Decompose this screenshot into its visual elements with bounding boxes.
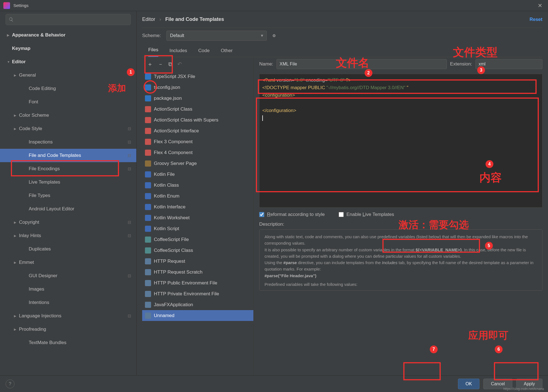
sidebar-item[interactable]: ▶Emmet (0, 256, 136, 269)
file-type-icon (145, 139, 151, 145)
template-list-item[interactable]: Kotlin Script (142, 223, 253, 234)
template-list-item[interactable]: Kotlin Enum (142, 191, 253, 201)
sidebar-item[interactable]: ▶Proofreading (0, 323, 136, 336)
sidebar-item[interactable]: ▶Color Scheme (0, 109, 136, 122)
template-list-item[interactable]: Kotlin Class (142, 180, 253, 191)
sidebar-item[interactable]: File Encodings⊟ (0, 162, 136, 176)
file-type-icon (145, 313, 151, 319)
template-list-item[interactable]: tsconfig.json (142, 82, 253, 93)
file-type-icon (145, 247, 151, 254)
sidebar-item[interactable]: ▶Appearance & Behavior (0, 28, 136, 42)
breadcrumb-root[interactable]: Editor (142, 16, 155, 22)
reset-link[interactable]: Reset (530, 17, 542, 22)
remove-template-button[interactable]: － (158, 60, 163, 68)
search-icon (9, 17, 14, 22)
file-type-icon (145, 258, 151, 264)
close-button[interactable]: ✕ (535, 2, 545, 9)
sidebar-item[interactable]: Duplicates (0, 242, 136, 256)
template-list-item[interactable]: TypeScript JSX File (142, 71, 253, 82)
template-list-item[interactable]: ActionScript Class (142, 104, 253, 115)
template-list[interactable]: TypeScript JSX Filetsconfig.jsonpackage.… (142, 71, 253, 375)
template-name-input[interactable] (277, 59, 447, 69)
template-list-item[interactable]: Kotlin File (142, 169, 253, 180)
template-list-item[interactable]: Kotlin Interface (142, 201, 253, 212)
ok-button[interactable]: OK (458, 379, 479, 389)
file-type-icon (145, 128, 151, 134)
sidebar-item[interactable]: ▶Language Injections⊟ (0, 309, 136, 323)
sidebar-item[interactable]: Live Templates (0, 176, 136, 189)
template-list-item[interactable]: HTTP Request Scratch (142, 267, 253, 277)
reformat-checkbox[interactable]: Reformat according to style (259, 212, 325, 217)
file-type-icon (145, 84, 151, 91)
template-extension-input[interactable] (476, 59, 542, 69)
file-type-icon (145, 106, 151, 112)
sidebar-item[interactable]: TextMate Bundles (0, 336, 136, 349)
template-list-item[interactable]: JavaFXApplication (142, 299, 253, 310)
tab-includes[interactable]: Includes (169, 48, 187, 57)
sidebar-item[interactable]: Android Layout Editor (0, 202, 136, 216)
template-list-item[interactable]: HTTP Private Environment File (142, 288, 253, 299)
template-list-item[interactable]: Kotlin Worksheet (142, 212, 253, 223)
sidebar-item[interactable]: Images (0, 283, 136, 296)
sidebar-item[interactable]: Code Editing (0, 82, 136, 95)
sidebar-item[interactable]: Font (0, 95, 136, 109)
file-type-icon (145, 193, 151, 199)
file-type-icon (145, 226, 151, 232)
file-type-icon (145, 215, 151, 221)
copy-template-button[interactable]: ⧉ (168, 61, 172, 67)
file-type-icon (145, 150, 151, 156)
template-list-item[interactable]: HTTP Request (142, 256, 253, 267)
file-type-icon (145, 95, 151, 101)
scheme-label: Scheme: (142, 33, 161, 38)
sidebar-item[interactable]: ▶Inlay Hints⊟ (0, 229, 136, 242)
template-list-item[interactable]: ActionScript Interface (142, 125, 253, 136)
settings-search-input[interactable] (6, 14, 131, 25)
template-list-item[interactable]: Flex 4 Component (142, 147, 253, 158)
sidebar-item[interactable]: ▶General (0, 69, 136, 82)
help-button[interactable]: ? (6, 379, 14, 388)
tab-files[interactable]: Files (148, 47, 158, 57)
template-list-item[interactable]: HTTP Public Environment File (142, 277, 253, 288)
sidebar-item[interactable]: ▼Editor (0, 55, 136, 69)
sidebar-item[interactable]: File Types (0, 189, 136, 202)
template-list-item[interactable]: CoffeeScript File (142, 234, 253, 245)
settings-sidebar: ▶Appearance & BehaviorKeymap▼Editor▶Gene… (0, 11, 137, 375)
file-type-icon (145, 160, 151, 167)
template-code-editor[interactable]: <?xml version="1.0" encoding="UTF-8" ?> … (259, 74, 542, 208)
template-list-item[interactable]: package.json (142, 93, 253, 104)
template-list-item[interactable]: Unnamed (142, 310, 253, 321)
undo-button[interactable]: ↶ (177, 61, 182, 67)
tab-other[interactable]: Other (221, 48, 233, 57)
add-template-button[interactable]: ＋ (147, 60, 153, 68)
sidebar-item[interactable]: ▶Code Style⊟ (0, 122, 136, 135)
sidebar-item[interactable]: File and Code Templates⊟ (0, 149, 136, 162)
settings-tree[interactable]: ▶Appearance & BehaviorKeymap▼Editor▶Gene… (0, 28, 136, 375)
breadcrumb-current: File and Code Templates (165, 16, 224, 22)
file-type-icon (145, 302, 151, 308)
chevron-down-icon: ▾ (261, 33, 263, 38)
file-type-icon (145, 291, 151, 297)
template-list-item[interactable]: Groovy Server Page (142, 158, 253, 169)
tab-code[interactable]: Code (198, 48, 210, 57)
sidebar-item[interactable]: Inspections⊟ (0, 135, 136, 149)
extension-label: Extension: (450, 61, 472, 67)
enable-live-templates-checkbox[interactable]: Enable Live Templates (339, 212, 394, 217)
file-type-icon (145, 182, 151, 188)
text-caret (262, 115, 263, 121)
sidebar-item[interactable]: GUI Designer⊟ (0, 269, 136, 283)
sidebar-item[interactable]: ▶Copyright⊟ (0, 216, 136, 229)
file-type-icon (145, 269, 151, 275)
scheme-select[interactable]: Default ▾ (166, 31, 267, 41)
breadcrumb-sep: › (159, 16, 161, 22)
template-list-item[interactable]: ActionScript Class with Supers (142, 115, 253, 125)
file-type-icon (145, 117, 151, 123)
file-type-icon (145, 171, 151, 177)
template-list-item[interactable]: CoffeeScript Class (142, 245, 253, 256)
scheme-value: Default (170, 33, 184, 38)
gear-icon[interactable]: ⚙ (272, 33, 276, 38)
sidebar-item[interactable]: Intentions (0, 296, 136, 309)
sidebar-item[interactable]: Keymap (0, 42, 136, 55)
template-list-item[interactable]: Flex 3 Component (142, 136, 253, 147)
description-label: Description: (259, 221, 542, 227)
name-label: Name: (259, 61, 273, 67)
